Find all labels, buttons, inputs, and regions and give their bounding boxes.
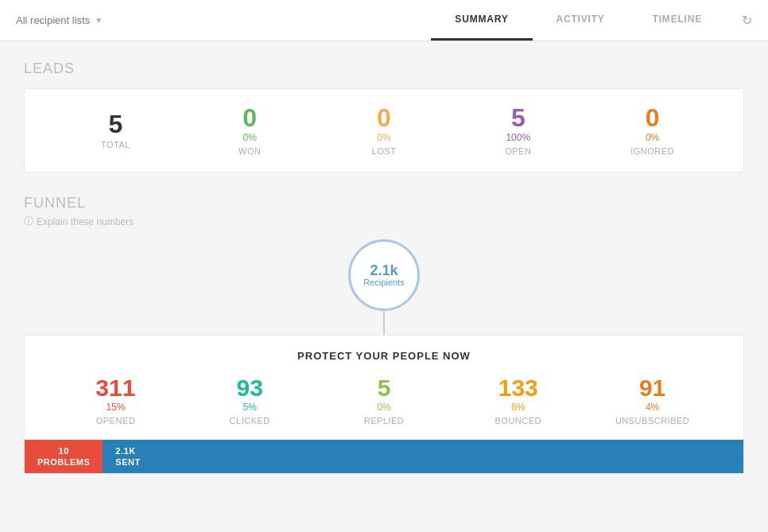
- leads-open-num: 5: [451, 105, 585, 130]
- funnel-area: 2.1k Recipients PROTECT YOUR PEOPLE NOW …: [24, 239, 744, 474]
- leads-ignored-label: IGNORED: [585, 146, 720, 156]
- stat-opened: 311 15% OPENED: [48, 376, 183, 425]
- leads-lost-label: LOST: [317, 146, 452, 156]
- bottom-bar: 10 PROBLEMS 2.1k SENT: [25, 440, 743, 473]
- campaign-card: PROTECT YOUR PEOPLE NOW 311 15% OPENED 9…: [24, 335, 744, 474]
- tab-summary[interactable]: SUMMARY: [431, 0, 532, 41]
- funnel-section-title: FUNNEL: [24, 195, 744, 212]
- recipients-num: 2.1k: [370, 263, 398, 278]
- opened-label: OPENED: [48, 416, 183, 425]
- bounced-label: BOUNCED: [451, 416, 585, 425]
- unsubscribed-num: 91: [585, 376, 720, 400]
- problems-label: PROBLEMS: [37, 456, 90, 468]
- leads-ignored: 0 0% IGNORED: [585, 105, 720, 156]
- leads-lost-pct: 0%: [317, 132, 452, 143]
- clicked-num: 93: [183, 376, 317, 400]
- leads-won-label: WON: [183, 146, 317, 156]
- tab-timeline[interactable]: TIMELINE: [629, 0, 726, 41]
- leads-open-pct: 100%: [451, 132, 585, 143]
- clicked-pct: 5%: [183, 402, 317, 413]
- recipient-dropdown[interactable]: All recipient lists ▼: [16, 14, 103, 26]
- leads-won: 0 0% WON: [183, 105, 317, 156]
- leads-total-label: TOTAL: [48, 140, 183, 150]
- stat-bounced: 133 6% BOUNCED: [451, 376, 585, 425]
- leads-ignored-num: 0: [585, 105, 720, 130]
- leads-section-title: LEADS: [24, 60, 744, 77]
- replied-pct: 0%: [317, 402, 452, 413]
- chevron-down-icon: ▼: [95, 16, 103, 25]
- unsubscribed-label: UNSUBSCRIBED: [585, 416, 720, 425]
- recipient-dropdown-label: All recipient lists: [16, 14, 90, 26]
- explain-label: Explain these numbers: [37, 216, 134, 227]
- recipients-label: Recipients: [363, 278, 404, 287]
- stat-unsubscribed: 91 4% UNSUBSCRIBED: [585, 376, 720, 425]
- tab-activity[interactable]: ACTIVITY: [533, 0, 629, 41]
- leads-total: 5 TOTAL: [48, 111, 183, 150]
- campaign-title: PROTECT YOUR PEOPLE NOW: [48, 350, 720, 362]
- leads-card: 5 TOTAL 0 0% WON 0 0% LOST 5 100% OPEN 0…: [24, 88, 744, 173]
- sent-label: SENT: [115, 456, 140, 468]
- opened-num: 311: [48, 376, 183, 400]
- leads-lost: 0 0% LOST: [317, 105, 452, 156]
- opened-pct: 15%: [48, 402, 183, 413]
- leads-open: 5 100% OPEN: [451, 105, 585, 156]
- leads-lost-num: 0: [317, 105, 452, 130]
- unsubscribed-pct: 4%: [585, 402, 720, 413]
- leads-won-pct: 0%: [183, 132, 317, 143]
- question-icon: ⓘ: [24, 215, 33, 228]
- explain-link[interactable]: ⓘ Explain these numbers: [24, 215, 744, 228]
- recipients-circle: 2.1k Recipients: [348, 239, 420, 311]
- bounced-pct: 6%: [451, 402, 585, 413]
- leads-open-label: OPEN: [451, 146, 585, 156]
- problems-num: 10: [59, 445, 69, 456]
- clicked-label: CLICKED: [183, 416, 317, 425]
- refresh-button[interactable]: ↻: [742, 13, 752, 28]
- main-content: LEADS 5 TOTAL 0 0% WON 0 0% LOST 5 100% …: [0, 41, 768, 493]
- leads-total-num: 5: [48, 111, 183, 137]
- sent-num: 2.1k: [115, 445, 135, 456]
- tabs-bar: All recipient lists ▼ SUMMARY ACTIVITY T…: [0, 0, 768, 41]
- replied-label: REPLIED: [317, 416, 452, 425]
- campaign-stats: 311 15% OPENED 93 5% CLICKED 5 0% REPLIE…: [48, 376, 720, 425]
- stat-clicked: 93 5% CLICKED: [183, 376, 317, 425]
- replied-num: 5: [317, 376, 452, 400]
- sent-section: 2.1k SENT: [103, 440, 743, 473]
- funnel-connector: [383, 311, 385, 335]
- bounced-num: 133: [451, 376, 585, 400]
- leads-won-num: 0: [183, 105, 317, 130]
- problems-section: 10 PROBLEMS: [25, 440, 103, 473]
- stat-replied: 5 0% REPLIED: [317, 376, 452, 425]
- tabs-container: SUMMARY ACTIVITY TIMELINE: [431, 0, 726, 41]
- leads-ignored-pct: 0%: [585, 132, 720, 143]
